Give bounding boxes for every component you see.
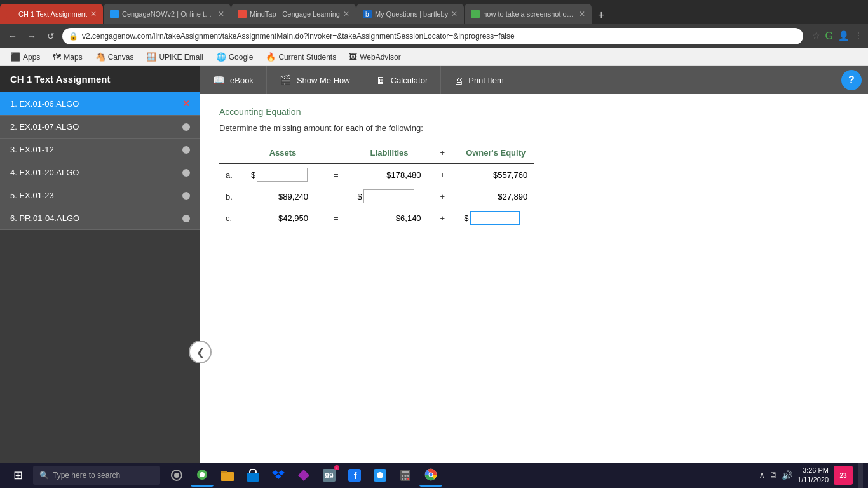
ebook-label: eBook xyxy=(230,76,254,85)
row-a-label: a. xyxy=(219,163,245,186)
toolbar-right: ? xyxy=(841,70,868,90)
bookmark-maps[interactable]: 🗺 Maps xyxy=(48,51,87,63)
taskbar-search[interactable]: 🔍 Type here to search xyxy=(33,466,160,485)
taskbar-chrome[interactable] xyxy=(191,464,214,487)
network-icon[interactable]: 🖥 xyxy=(769,470,778,480)
new-tab-button[interactable]: + xyxy=(592,6,610,24)
taskbar-facebook[interactable]: f xyxy=(343,464,366,487)
show-me-how-label: Show Me How xyxy=(297,76,350,85)
svg-rect-21 xyxy=(407,475,409,477)
tab-close-3[interactable]: ✕ xyxy=(343,10,349,18)
tab-favicon-3 xyxy=(238,10,247,18)
sidebar-item-1[interactable]: 1. EX.01-06.ALGO ✕ xyxy=(0,92,200,116)
taskbar-system-icons: ∧ 🖥 🔊 xyxy=(759,470,792,480)
svg-rect-4 xyxy=(221,472,234,481)
webadvisor-bookmark-icon: 🖼 xyxy=(349,52,357,62)
menu-icon[interactable]: ⋮ xyxy=(854,30,863,42)
row-c-assets-cell: $42,950 xyxy=(245,207,321,229)
row-a-assets-input[interactable] xyxy=(257,168,308,182)
row-c-assets-value: $42,950 xyxy=(251,214,315,223)
bookmark-star-icon[interactable]: ☆ xyxy=(812,30,820,42)
taskbar-calculator[interactable] xyxy=(394,464,417,487)
taskbar-store[interactable] xyxy=(241,464,264,487)
user-account-icon[interactable]: 👤 xyxy=(838,30,849,42)
tab-close-4[interactable]: ✕ xyxy=(451,10,458,18)
back-button[interactable]: ← xyxy=(5,31,20,41)
taskbar-dropbox[interactable] xyxy=(267,464,290,487)
svg-rect-22 xyxy=(402,478,403,480)
sidebar-header: CH 1 Text Assignment xyxy=(0,66,200,92)
taskbar-clock[interactable]: 3:26 PM 1/11/2020 xyxy=(797,466,829,485)
calculator-button[interactable]: 🖩 Calculator xyxy=(363,66,442,94)
row-a-liabilities-cell: $178,480 xyxy=(351,163,428,186)
main-content: 📖 eBook 🎬 Show Me How 🖩 Calculator 🖨 Pri… xyxy=(200,66,868,488)
bookmark-apps-label: Apps xyxy=(23,53,40,62)
svg-rect-23 xyxy=(405,478,407,480)
taskbar-app-number[interactable]: 99 + xyxy=(318,464,341,487)
taskbar-cortana[interactable] xyxy=(165,464,188,487)
taskbar-app-purple[interactable] xyxy=(292,464,315,487)
ebook-button[interactable]: 📖 eBook xyxy=(200,66,267,94)
bookmark-google-label: Google xyxy=(229,53,254,62)
tab-label-2: CengageNOWv2 | Online teac... xyxy=(122,10,215,18)
row-a-liabilities-value: $178,480 xyxy=(358,170,421,180)
tab-mindtap[interactable]: MindTap - Cengage Learning ✕ xyxy=(231,4,356,24)
google-account-icon[interactable]: G xyxy=(825,30,833,42)
bookmark-upike-email[interactable]: 🪟 UPIKE Email xyxy=(141,51,208,63)
canvas-bookmark-icon: 🐴 xyxy=(95,52,105,62)
tab-cengagenowv2[interactable]: CengageNOWv2 | Online teac... ✕ xyxy=(104,4,231,24)
sidebar-item-3[interactable]: 3. EX.01-12 xyxy=(0,139,200,161)
tab-close-5[interactable]: ✕ xyxy=(579,10,585,18)
tab-close-1[interactable]: ✕ xyxy=(90,10,97,18)
sidebar-collapse-button[interactable]: ❮ xyxy=(189,341,212,363)
sidebar-item-1-label: 1. EX.01-06.ALGO xyxy=(10,99,182,109)
sidebar-item-4[interactable]: 4. EX.01-20.ALGO xyxy=(0,161,200,184)
sidebar-item-5-indicator xyxy=(182,192,190,200)
row-b-label: b. xyxy=(219,186,245,207)
show-me-how-button[interactable]: 🎬 Show Me How xyxy=(267,66,363,94)
notification-badge[interactable]: 23 xyxy=(834,466,853,485)
current-students-bookmark-icon: 🔥 xyxy=(266,52,276,62)
notification-count: 23 xyxy=(839,472,846,479)
address-bar[interactable]: 🔒 v2.cengagenow.com/ilrn/takeAssignment/… xyxy=(62,28,803,44)
maps-bookmark-icon: 🗺 xyxy=(53,52,61,62)
tab-favicon-4: b xyxy=(363,10,372,18)
refresh-button[interactable]: ↺ xyxy=(43,31,58,41)
bookmark-apps[interactable]: ⬛ Apps xyxy=(5,51,45,63)
sidebar-item-5[interactable]: 5. EX.01-23 xyxy=(0,184,200,207)
taskbar-app-blue[interactable] xyxy=(369,464,391,487)
sidebar-item-4-indicator xyxy=(182,169,190,177)
row-b-eq: = xyxy=(321,186,351,207)
sidebar-item-2[interactable]: 2. EX.01-07.ALGO xyxy=(0,116,200,139)
start-button[interactable]: ⊞ xyxy=(5,463,31,488)
bookmark-webadvisor[interactable]: 🖼 WebAdvisor xyxy=(344,51,405,63)
tab-bartleby[interactable]: b My Questions | bartleby ✕ xyxy=(356,4,464,24)
bookmark-current-students[interactable]: 🔥 Current Students xyxy=(261,51,341,63)
row-c-equity-input[interactable] xyxy=(470,211,520,225)
bookmark-webadvisor-label: WebAdvisor xyxy=(360,53,400,62)
tab-label-3: MindTap - Cengage Learning xyxy=(250,10,340,18)
tab-close-2[interactable]: ✕ xyxy=(218,10,224,18)
bookmark-canvas[interactable]: 🐴 Canvas xyxy=(90,51,139,63)
col-header-eq1: = xyxy=(321,146,351,163)
row-b-liabilities-input[interactable] xyxy=(363,189,414,203)
sidebar-item-6[interactable]: 6. PR.01-04.ALGO xyxy=(0,207,200,230)
help-button[interactable]: ? xyxy=(841,70,862,90)
section-title: Accounting Equation xyxy=(219,107,849,117)
bookmark-google[interactable]: 🌐 Google xyxy=(211,51,259,63)
row-b-liabilities-input-cell: $ xyxy=(358,189,421,203)
sidebar-item-1-indicator: ✕ xyxy=(182,98,190,109)
svg-text:99: 99 xyxy=(325,471,334,480)
svg-marker-10 xyxy=(298,470,309,481)
print-item-button[interactable]: 🖨 Print Item xyxy=(441,66,517,94)
show-desktop-button[interactable] xyxy=(858,463,863,488)
row-b-plus: + xyxy=(428,186,458,207)
tab-screenshot[interactable]: how to take a screenshot on w... ✕ xyxy=(465,4,592,24)
taskbar-file-explorer[interactable] xyxy=(216,464,239,487)
tab-ch1-text-assignment[interactable]: CH 1 Text Assignment ✕ xyxy=(0,4,103,24)
taskbar-chrome-2[interactable] xyxy=(419,464,442,487)
volume-icon[interactable]: 🔊 xyxy=(782,470,792,480)
chevron-up-icon[interactable]: ∧ xyxy=(759,470,765,480)
forward-button[interactable]: → xyxy=(24,31,39,41)
tab-label-1: CH 1 Text Assignment xyxy=(18,10,87,18)
